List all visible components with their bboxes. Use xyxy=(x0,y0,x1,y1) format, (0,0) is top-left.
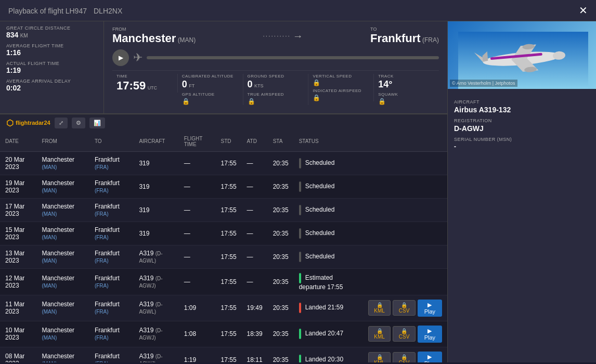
play-flight-button[interactable]: ▶ Play xyxy=(418,300,442,317)
cell-sta: 20:35 xyxy=(268,295,294,321)
status-indicator xyxy=(299,303,301,313)
cell-flight-time: — xyxy=(179,198,216,222)
kml-button[interactable]: 🔒 KML xyxy=(368,352,391,362)
kml-button[interactable]: 🔒 KML xyxy=(368,326,391,342)
play-flight-button[interactable]: ▶ Play xyxy=(418,352,442,362)
cell-date: 19 Mar 2023 xyxy=(0,175,36,198)
cell-to: Frankfurt (FRA) xyxy=(89,151,134,175)
status-indicator xyxy=(299,228,301,239)
cell-aircraft: 319 xyxy=(134,175,178,198)
cell-to: Frankfurt (FRA) xyxy=(89,295,134,321)
play-flight-button[interactable]: ▶ Play xyxy=(418,326,442,343)
col-aircraft: AIRCRAFT xyxy=(134,132,178,152)
cell-to: Frankfurt (FRA) xyxy=(89,347,134,362)
cell-status: Scheduled xyxy=(294,198,363,222)
bottom-controls: ⬡ flightradar24 ⤢ ⚙ 📊 xyxy=(0,114,447,132)
csv-button[interactable]: 🔒 CSV xyxy=(393,352,416,362)
cell-sta: 20:35 xyxy=(268,198,294,222)
cell-atd: — xyxy=(242,175,268,198)
right-panel: © Arno Vesterholm | Jetphotos AIRCRAFT A… xyxy=(447,21,596,362)
close-button[interactable]: ✕ xyxy=(579,4,588,17)
ground-speed-field: GROUND SPEED 0 KTS TRUE AIRSPEED 🔒 xyxy=(243,74,309,105)
table-row: 19 Mar 2023 Manchester (MAN) Frankfurt (… xyxy=(0,175,447,198)
csv-button[interactable]: 🔒 CSV xyxy=(393,300,416,316)
status-indicator xyxy=(299,355,301,362)
cell-date: 17 Mar 2023 xyxy=(0,198,36,222)
cell-std: 17:55 xyxy=(216,245,242,268)
to-airport: TO Frankfurt (FRA) xyxy=(370,27,439,45)
csv-button[interactable]: 🔒 CSV xyxy=(393,326,416,342)
data-fields: TIME 17:59 UTC CALIBRATED ALTITUDE 0 FT … xyxy=(112,70,439,108)
cell-std: 17:55 xyxy=(216,268,242,295)
cell-sta: 20:35 xyxy=(268,268,294,295)
avg-flight-stat: AVERAGE FLIGHT TIME 1:16 xyxy=(6,43,97,57)
cell-from: Manchester (MAN) xyxy=(36,347,89,362)
col-status: STATUS xyxy=(294,132,363,152)
cell-from: Manchester (MAN) xyxy=(36,175,89,198)
row-actions: 🔒 KML 🔒 CSV ▶ Play xyxy=(368,300,442,317)
status-indicator xyxy=(299,252,301,262)
route-top: FROM Manchester (MAN) ·········· → TO F xyxy=(112,27,439,45)
cell-atd: — xyxy=(242,151,268,175)
cell-std: 17:55 xyxy=(216,222,242,245)
cell-date: 10 Mar 2023 xyxy=(0,321,36,347)
cell-from: Manchester (MAN) xyxy=(36,151,89,175)
cell-date: 13 Mar 2023 xyxy=(0,245,36,268)
cell-aircraft: A319 (D-AGWJ) xyxy=(134,321,178,347)
cell-to: Frankfurt (FRA) xyxy=(89,175,134,198)
cell-status: Estimated departure 17:55 xyxy=(294,268,363,295)
table-row: 17 Mar 2023 Manchester (MAN) Frankfurt (… xyxy=(0,198,447,222)
cell-to: Frankfurt (FRA) xyxy=(89,222,134,245)
table-row: 08 Mar 2023 Manchester (MAN) Frankfurt (… xyxy=(0,347,447,362)
vertical-speed-field: VERTICAL SPEED 🔒 INDICATED AIRSPEED 🔒 xyxy=(308,74,374,101)
cell-status: Scheduled xyxy=(294,175,363,198)
aircraft-photo: © Arno Vesterholm | Jetphotos xyxy=(448,21,596,89)
cell-date: 08 Mar 2023 xyxy=(0,347,36,362)
col-date: DATE xyxy=(0,132,36,152)
cell-sta: 20:35 xyxy=(268,245,294,268)
table-row: 12 Mar 2023 Manchester (MAN) Frankfurt (… xyxy=(0,268,447,295)
cell-std: 17:55 xyxy=(216,347,242,362)
status-indicator xyxy=(299,329,301,339)
cell-sta: 20:35 xyxy=(268,175,294,198)
col-flight-time: FLIGHT TIME xyxy=(179,132,216,152)
cell-from: Manchester (MAN) xyxy=(36,222,89,245)
chart-button[interactable]: 📊 xyxy=(89,118,105,128)
track-field: TRACK 14° SQUAWK 🔒 xyxy=(374,74,439,105)
left-panel: GREAT CIRCLE DISTANCE 834 KM AVERAGE FLI… xyxy=(0,21,447,362)
time-field: TIME 17:59 UTC xyxy=(112,74,178,93)
aircraft-info: AIRCRAFT Airbus A319-132 REGISTRATION D-… xyxy=(448,89,596,157)
stats-bar: GREAT CIRCLE DISTANCE 834 KM AVERAGE FLI… xyxy=(0,21,447,114)
gps-lock-icon: 🔒 xyxy=(182,98,239,105)
cell-aircraft: A319 (D-AGWJ) xyxy=(134,268,178,295)
cell-aircraft: A319 (D-AGWL) xyxy=(134,295,178,321)
cell-to: Frankfurt (FRA) xyxy=(89,321,134,347)
col-to: TO xyxy=(89,132,134,152)
cell-status: Scheduled xyxy=(294,151,363,175)
cell-date: 12 Mar 2023 xyxy=(0,268,36,295)
cell-actions xyxy=(363,175,447,198)
expand-button[interactable]: ⤢ xyxy=(55,118,68,128)
settings-button[interactable]: ⚙ xyxy=(72,118,85,128)
cell-flight-time: — xyxy=(179,175,216,198)
kml-button[interactable]: 🔒 KML xyxy=(368,300,391,316)
cell-flight-time: 1:19 xyxy=(179,347,216,362)
cell-sta: 20:35 xyxy=(268,347,294,362)
calibrated-altitude-field: CALIBRATED ALTITUDE 0 FT GPS ALTITUDE 🔒 xyxy=(178,74,243,105)
cell-actions: 🔒 KML 🔒 CSV ▶ Play xyxy=(363,321,447,347)
cell-atd: — xyxy=(242,245,268,268)
fr24-logo: ⬡ flightradar24 xyxy=(6,118,50,128)
cell-sta: 20:35 xyxy=(268,151,294,175)
great-circle-stat: GREAT CIRCLE DISTANCE 834 KM xyxy=(6,25,97,39)
cell-actions xyxy=(363,151,447,175)
tas-lock-icon: 🔒 xyxy=(248,98,304,105)
cell-status: Landed 20:30 xyxy=(294,347,363,362)
cell-std: 17:55 xyxy=(216,151,242,175)
progress-bar[interactable] xyxy=(147,56,439,59)
playback-play-button[interactable]: ▶ xyxy=(112,49,129,66)
cell-actions xyxy=(363,268,447,295)
table-row: 11 Mar 2023 Manchester (MAN) Frankfurt (… xyxy=(0,295,447,321)
squawk-lock-icon: 🔒 xyxy=(378,98,435,105)
cell-from: Manchester (MAN) xyxy=(36,268,89,295)
cell-to: Frankfurt (FRA) xyxy=(89,268,134,295)
